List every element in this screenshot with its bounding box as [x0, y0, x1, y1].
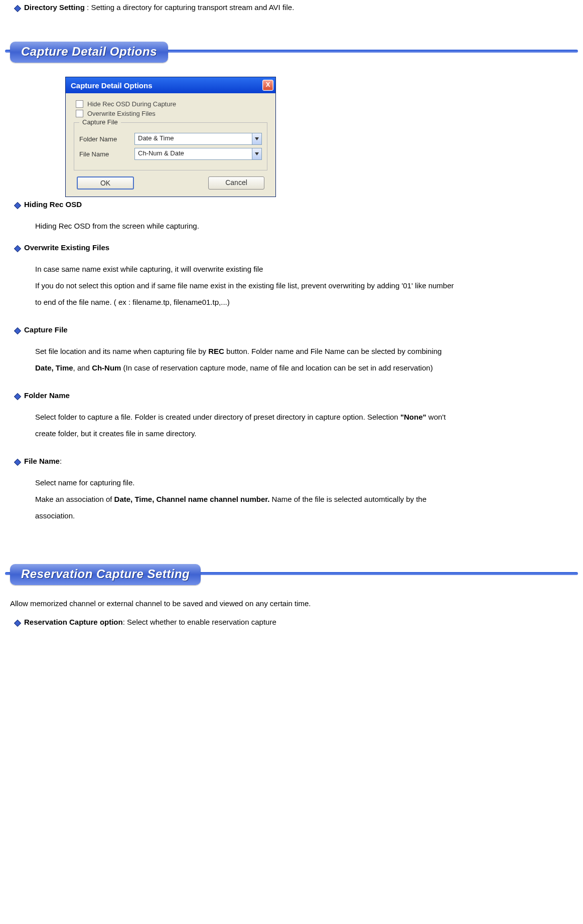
- folder-name-label: Folder Name: [79, 135, 134, 143]
- dialog-title-text: Capture Detail Options: [71, 81, 153, 90]
- folder-name-combo[interactable]: Date & Time: [134, 133, 262, 145]
- overwrite-d1: In case same name exist while capturing,…: [35, 261, 457, 277]
- bullet-reservation-option: Reservation Capture option: Select wheth…: [15, 618, 578, 626]
- checkbox-hide-rec-osd-label: Hide Rec OSD During Capture: [87, 100, 176, 108]
- fn-b1: "None": [400, 413, 426, 421]
- diamond-bullet-icon: [14, 620, 21, 627]
- cf-b2: Date, Time: [35, 363, 73, 372]
- foldername-desc: Select folder to capture a file. Folder …: [35, 409, 457, 442]
- folder-name-value: Date & Time: [135, 133, 252, 144]
- overwrite-d2: If you do not select this option and if …: [35, 277, 457, 310]
- capture-file-group-title: Capture File: [79, 118, 121, 126]
- cf-post: (In case of reservation capture mode, na…: [121, 363, 432, 372]
- overwrite-desc: In case same name exist while capturing,…: [35, 261, 457, 310]
- capture-detail-dialog: Capture Detail Options X Hide Rec OSD Du…: [65, 77, 276, 197]
- section1-title: Capture Detail Options: [21, 45, 157, 58]
- checkbox-overwrite[interactable]: [76, 110, 83, 117]
- res-desc: Select whether to enable reservation cap…: [127, 618, 276, 626]
- file-name-label: File Name: [79, 150, 134, 158]
- cf-pre: Set file location and its name when capt…: [35, 347, 208, 355]
- bullet-folder-name: Folder Name: [15, 391, 578, 400]
- capture-file-group: Capture File Folder Name Date & Time Fil…: [74, 122, 267, 170]
- filename-desc: Select name for capturing file. Make an …: [35, 474, 457, 524]
- directory-setting-desc: Setting a directory for capturing transp…: [91, 3, 294, 12]
- checkbox-hide-rec-osd-row: Hide Rec OSD During Capture: [76, 100, 268, 108]
- capturefile-desc: Set file location and its name when capt…: [35, 343, 457, 376]
- cf-mid2: , and: [73, 363, 92, 372]
- chevron-down-icon[interactable]: [252, 148, 261, 159]
- overwrite-title: Overwrite Existing Files: [24, 243, 109, 252]
- cf-b1: REC: [208, 347, 224, 355]
- diamond-bullet-icon: [14, 393, 21, 400]
- res-title: Reservation Capture option: [24, 618, 123, 626]
- close-button[interactable]: X: [262, 80, 273, 91]
- diamond-bullet-icon: [14, 459, 21, 466]
- directory-setting-sep: :: [85, 3, 91, 12]
- checkbox-hide-rec-osd[interactable]: [76, 100, 83, 108]
- hiding-title: Hiding Rec OSD: [24, 200, 82, 209]
- file-name-combo[interactable]: Ch-Num & Date: [134, 148, 262, 160]
- hiding-desc: Hiding Rec OSD from the screen while cap…: [35, 218, 457, 234]
- ok-button[interactable]: OK: [77, 176, 134, 190]
- diamond-bullet-icon: [14, 327, 21, 334]
- filename-pre: Make an association of: [35, 495, 114, 503]
- filename-title: File Name: [24, 457, 60, 465]
- foldername-title: Folder Name: [24, 391, 70, 400]
- section-reservation-capture-setting: Reservation Capture Setting: [5, 564, 578, 584]
- bullet-capture-file: Capture File: [15, 325, 578, 334]
- bullet-overwrite: Overwrite Existing Files: [15, 243, 578, 252]
- capturefile-title: Capture File: [24, 325, 68, 334]
- diamond-bullet-icon: [14, 5, 21, 12]
- fn-pre: Select folder to capture a file. Folder …: [35, 413, 400, 421]
- section2-title: Reservation Capture Setting: [21, 567, 190, 581]
- directory-setting-title: Directory Setting: [24, 3, 85, 12]
- dialog-titlebar: Capture Detail Options X: [66, 77, 275, 93]
- filename-d1: Select name for capturing file.: [35, 474, 457, 491]
- bullet-file-name: File Name:: [15, 457, 578, 465]
- diamond-bullet-icon: [14, 202, 21, 209]
- filename-colon: :: [60, 457, 62, 465]
- reservation-intro: Allow memorized channel or external chan…: [10, 599, 578, 608]
- cancel-button[interactable]: Cancel: [208, 176, 264, 190]
- checkbox-overwrite-label: Overwrite Existing Files: [87, 110, 156, 117]
- res-sep: :: [123, 618, 127, 626]
- cf-b3: Ch-Num: [92, 363, 121, 372]
- diamond-bullet-icon: [14, 245, 21, 252]
- filename-b1: Date, Time, Channel name channel number.: [114, 495, 270, 503]
- section-capture-detail-options: Capture Detail Options: [5, 42, 578, 62]
- cf-mid1: button. Folder name and File Name can be…: [224, 347, 442, 355]
- chevron-down-icon[interactable]: [252, 133, 261, 144]
- checkbox-overwrite-row: Overwrite Existing Files: [76, 110, 268, 117]
- file-name-value: Ch-Num & Date: [135, 148, 252, 159]
- bullet-directory-setting: Directory Setting : Setting a directory …: [15, 3, 578, 12]
- bullet-hiding-rec-osd: Hiding Rec OSD: [15, 200, 578, 209]
